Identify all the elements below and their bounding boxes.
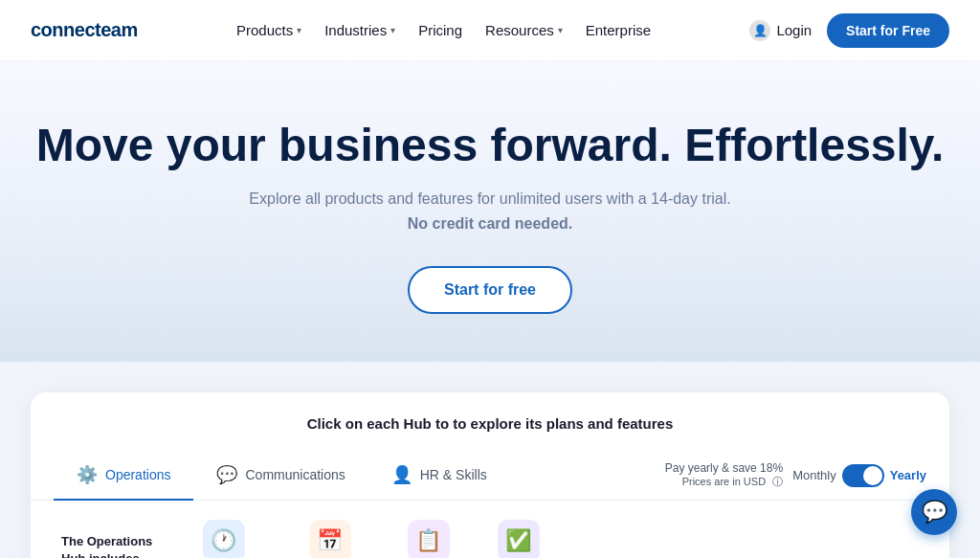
product-job-scheduling[interactable]: 📅 Job Scheduling <box>291 520 369 558</box>
communications-icon: 💬 <box>216 464 237 485</box>
operations-icon: ⚙️ <box>77 464 98 485</box>
chevron-down-icon: ▾ <box>558 25 563 35</box>
hub-includes-title: The Operations Hub includes <box>61 533 157 558</box>
hero-start-button[interactable]: Start for free <box>408 266 572 314</box>
toggle-knob <box>863 466 882 485</box>
hub-tabs: ⚙️ Operations 💬 Communications 👤 HR & Sk… <box>31 451 949 501</box>
hero-heading: Move your business forward. Effortlessly… <box>31 119 949 171</box>
products-row: The Operations Hub includes 🕐 Time Clock… <box>31 501 949 558</box>
nav-products[interactable]: Products ▾ <box>236 22 301 38</box>
nav-enterprise[interactable]: Enterprise <box>586 22 651 38</box>
hr-icon: 👤 <box>391 464 412 485</box>
start-free-button[interactable]: Start for Free <box>827 13 949 48</box>
hero-subtext: Explore all products and features for un… <box>31 187 949 235</box>
toggle-switch[interactable] <box>842 464 884 487</box>
currency-note: Prices are in USD ⓘ <box>665 475 783 489</box>
chat-bubble-button[interactable]: 💬 <box>911 489 957 535</box>
product-time-clock[interactable]: 🕐 Time Clock <box>195 520 253 558</box>
yearly-label: Yearly <box>890 468 926 482</box>
logo: connecteam <box>31 19 138 41</box>
plans-header-text: Click on each Hub to to explore its plan… <box>31 392 949 451</box>
hero-section: Move your business forward. Effortlessly… <box>0 61 980 362</box>
billing-toggle-area: Pay yearly & save 18% Prices are in USD … <box>665 461 926 489</box>
chevron-down-icon: ▾ <box>390 25 395 35</box>
billing-toggle[interactable]: Monthly Yearly <box>792 464 926 487</box>
login-button[interactable]: 👤 Login <box>749 20 812 41</box>
job-scheduling-icon: 📅 <box>309 520 351 558</box>
monthly-label: Monthly <box>792 468 836 482</box>
chat-icon: 💬 <box>922 500 947 525</box>
nav-industries[interactable]: Industries ▾ <box>324 22 395 38</box>
save-text: Pay yearly & save 18% <box>665 461 783 475</box>
time-clock-icon: 🕐 <box>203 520 245 558</box>
info-icon[interactable]: ⓘ <box>772 476 783 487</box>
tab-operations[interactable]: ⚙️ Operations <box>54 451 193 501</box>
plans-card: Click on each Hub to to explore its plan… <box>31 392 949 558</box>
nav-resources[interactable]: Resources ▾ <box>485 22 563 38</box>
header: connecteam Products ▾ Industries ▾ Prici… <box>0 0 980 61</box>
tab-communications[interactable]: 💬 Communications <box>193 451 368 501</box>
header-actions: 👤 Login Start for Free <box>749 13 949 48</box>
nav-pricing[interactable]: Pricing <box>418 22 462 38</box>
product-forms[interactable]: 📋 Forms <box>408 520 450 558</box>
tab-hr-skills[interactable]: 👤 HR & Skills <box>368 451 510 501</box>
forms-icon: 📋 <box>408 520 450 558</box>
chevron-down-icon: ▾ <box>297 25 301 35</box>
product-quick-tasks[interactable]: ✅ Quick Tasks <box>488 520 549 558</box>
user-icon: 👤 <box>749 20 770 41</box>
plans-section: Click on each Hub to to explore its plan… <box>0 362 980 558</box>
main-nav: Products ▾ Industries ▾ Pricing Resource… <box>236 22 651 38</box>
quick-tasks-icon: ✅ <box>498 520 540 558</box>
